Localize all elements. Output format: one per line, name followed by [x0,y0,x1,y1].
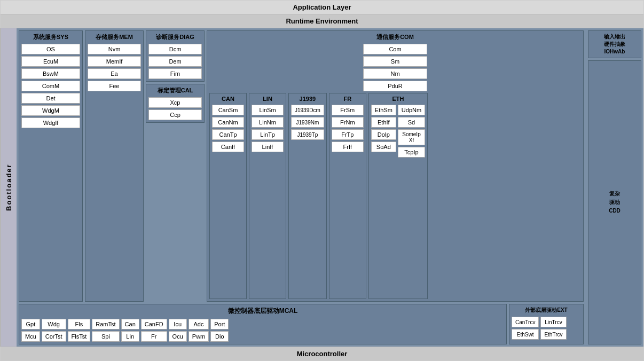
mem-ea: Ea [88,68,141,79]
sys-service-box: 系统服务SYS OS EcuM BswM ComM Det WdgM WdgIf [19,30,83,302]
fr-nm: FrNm [332,117,364,128]
fr-if: FrIf [332,142,364,152]
fr-title: FR [332,96,364,102]
com-title: 通信服务COM [209,33,581,41]
mem-nvm: Nvm [88,44,141,54]
someipxf: SomeIpXf [398,129,425,145]
ext-title: 外部底层驱动EXT [512,307,581,314]
mcal-col-ramtst: RamTst Spi [92,319,119,342]
sys-comm: ComM [21,81,80,91]
lin-sm: LinSm [252,105,284,115]
udpnm: UdpNm [398,105,425,115]
mcal-canfd: CanFD [141,319,167,329]
mcal-col-can: Can Lin [121,319,139,342]
j1939-dcm: J1939Dcm [291,105,324,115]
mcal-pwm: Pwm [189,331,209,342]
mcal-ramtst: RamTst [92,319,119,329]
fr-col: FR FrSm FrNm FrTp FrIf [329,93,366,299]
mcal-gpt: Gpt [21,319,40,329]
cal-ccp: Ccp [148,109,202,120]
diag-title: 诊断服务DIAG [148,33,202,41]
ethswt: EthSwt [512,329,539,340]
cdd-label: 复杂驱动CDD [609,190,621,215]
ext-col1: CanTrcv EthSwt [512,317,539,340]
can-col: CAN CanSm CanNm CanTp CanIf [209,93,247,299]
iohw-box: 输入输出硬件抽象IOHwAb [588,30,641,58]
com-com: Com [363,44,427,54]
eth-title: ETH [371,96,425,102]
ext-col2: LinTrcv EthTrcv [540,317,566,340]
sd: Sd [398,117,425,128]
mcal-col-icu: Icu Ocu [169,319,187,342]
mcal-cortst: CorTst [42,331,66,342]
cal-xcp: Xcp [148,97,202,108]
diag-service-box: 诊断服务DIAG Dcm Dem Fim [146,30,205,82]
mcal-can: Can [121,319,139,329]
cdd-box: 复杂驱动CDD [588,60,641,344]
lintrcv: LinTrcv [540,317,566,327]
can-tp: CanTp [212,129,244,140]
sys-bswm: BswM [21,68,80,79]
mcal-fls: Fls [68,319,91,329]
com-nm: Nm [363,68,427,79]
mcal-col-port: Port Dio [210,319,229,342]
j1939-col: J1939 J1939Dcm J1939Nm J1939Tp [288,93,327,299]
com-pdur: PduR [363,81,427,91]
mcal-title: 微控制器底层驱动MCAL [21,307,504,316]
mem-title: 存储服务MEM [88,33,141,41]
j1939-title: J1939 [291,96,324,102]
ethtrcv: EthTrcv [540,329,566,340]
can-sm: CanSm [212,105,244,115]
mem-fee: Fee [88,81,141,91]
sys-wdgm: WdgM [21,105,80,116]
mcal-flstst: FlsTst [68,331,91,342]
j1939-nm: J1939Nm [291,117,324,128]
sys-det: Det [21,93,80,104]
mcal-dio: Dio [210,331,229,342]
sys-os: OS [21,44,80,54]
mcal-col-gpt: Gpt Mcu [21,319,40,342]
mcal-spi: Spi [92,331,119,342]
bootloader-label: Bootloader [1,28,17,347]
lin-if: LinIf [252,142,284,152]
eth-col: ETH EthSm EthIf DoIp SoAd UdpNm [368,93,428,299]
com-service-box: 通信服务COM Com Sm Nm PduR [207,30,584,302]
mcal-col-adc: Adc Pwm [189,319,209,342]
mcal-icu: Icu [169,319,187,329]
cal-title: 标定管理CAL [148,87,202,95]
sys-ecum: EcuM [21,56,80,67]
runtime-environment: Runtime Environment [1,14,643,28]
mcal-mcu: Mcu [21,331,40,342]
diag-fim: Fim [148,68,202,79]
com-sm: Sm [363,56,427,67]
mcal-col-fls: Fls FlsTst [68,319,91,342]
mcal-fr: Fr [141,331,167,342]
can-if: CanIf [212,142,244,152]
mem-service-box: 存储服务MEM Nvm MemIf Ea Fee [85,30,144,302]
mcal-lin: Lin [121,331,139,342]
eth-sm: EthSm [371,105,396,115]
mcal-ocu: Ocu [169,331,187,342]
microcontroller-layer: Microcontroller [1,347,643,360]
iohw-label: 输入输出硬件抽象IOHwAb [604,33,625,56]
diag-dem: Dem [148,56,202,67]
diag-dcm: Dcm [148,44,202,54]
sys-title: 系统服务SYS [21,33,80,41]
mem-memif: MemIf [88,56,141,67]
mcal-wdg: Wdg [42,319,66,329]
lin-col: LIN LinSm LinNm LinTp LinIf [249,93,286,299]
j1939-tp: J1939Tp [291,129,324,140]
lin-title: LIN [252,96,284,102]
mcal-adc: Adc [189,319,209,329]
mcal-col-canfd: CanFD Fr [141,319,167,342]
doip: DoIp [371,129,396,140]
cal-service-box: 标定管理CAL Xcp Ccp [146,84,205,123]
lin-nm: LinNm [252,117,284,128]
mcal-port: Port [210,319,229,329]
tcpip: TcpIp [398,147,425,158]
fr-sm: FrSm [332,105,364,115]
mcal-box: 微控制器底层驱动MCAL Gpt Mcu Wdg CorTst Fls FlsT [19,304,507,344]
fr-tp: FrTp [332,129,364,140]
ext-box: 外部底层驱动EXT CanTrcv EthSwt LinTrcv EthTrcv [509,304,584,344]
sys-wdgif: WdgIf [21,117,80,128]
